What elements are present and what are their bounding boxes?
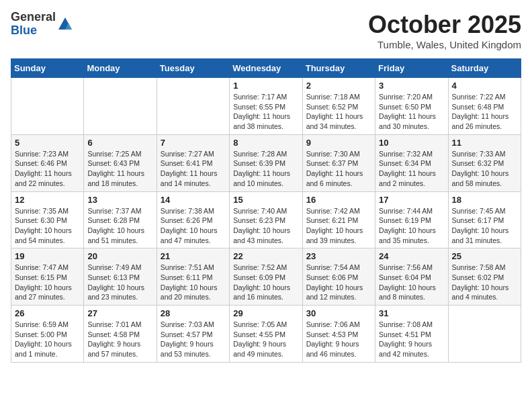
day-info: Sunrise: 7:54 AM Sunset: 6:06 PM Dayligh…	[306, 263, 371, 302]
calendar-cell: 2Sunrise: 7:18 AM Sunset: 6:52 PM Daylig…	[302, 78, 375, 135]
calendar-cell: 29Sunrise: 7:05 AM Sunset: 4:55 PM Dayli…	[230, 306, 302, 363]
day-number: 4	[452, 81, 517, 91]
day-number: 5	[15, 138, 80, 148]
calendar-cell: 18Sunrise: 7:45 AM Sunset: 6:17 PM Dayli…	[448, 191, 521, 248]
location-subtitle: Tumble, Wales, United Kingdom	[368, 39, 521, 50]
day-info: Sunrise: 7:23 AM Sunset: 6:46 PM Dayligh…	[15, 149, 80, 189]
calendar-cell: 15Sunrise: 7:40 AM Sunset: 6:23 PM Dayli…	[230, 191, 302, 248]
day-info: Sunrise: 7:52 AM Sunset: 6:09 PM Dayligh…	[233, 263, 298, 302]
day-number: 28	[161, 308, 226, 318]
day-info: Sunrise: 7:45 AM Sunset: 6:17 PM Dayligh…	[452, 206, 517, 246]
day-info: Sunrise: 7:44 AM Sunset: 6:19 PM Dayligh…	[379, 206, 444, 246]
day-info: Sunrise: 7:17 AM Sunset: 6:55 PM Dayligh…	[233, 92, 298, 132]
day-number: 7	[161, 138, 226, 148]
day-of-week-header: Thursday	[302, 59, 375, 78]
day-number: 29	[233, 308, 298, 318]
logo-blue: Blue	[11, 24, 56, 38]
calendar-table: SundayMondayTuesdayWednesdayThursdayFrid…	[11, 58, 521, 363]
day-number: 19	[15, 251, 80, 261]
day-number: 3	[379, 81, 444, 91]
calendar-cell: 25Sunrise: 7:58 AM Sunset: 6:02 PM Dayli…	[448, 248, 521, 306]
day-info: Sunrise: 7:33 AM Sunset: 6:32 PM Dayligh…	[452, 149, 517, 189]
calendar-week-row: 26Sunrise: 6:59 AM Sunset: 5:00 PM Dayli…	[11, 306, 521, 363]
day-of-week-header: Saturday	[448, 59, 521, 78]
day-info: Sunrise: 7:08 AM Sunset: 4:51 PM Dayligh…	[379, 320, 444, 359]
day-info: Sunrise: 7:25 AM Sunset: 6:43 PM Dayligh…	[87, 149, 152, 189]
day-info: Sunrise: 7:38 AM Sunset: 6:26 PM Dayligh…	[161, 206, 226, 246]
day-number: 14	[161, 195, 226, 205]
calendar-cell: 14Sunrise: 7:38 AM Sunset: 6:26 PM Dayli…	[157, 191, 229, 248]
calendar-cell: 6Sunrise: 7:25 AM Sunset: 6:43 PM Daylig…	[84, 134, 157, 191]
calendar-header-row: SundayMondayTuesdayWednesdayThursdayFrid…	[11, 59, 521, 78]
calendar-cell: 24Sunrise: 7:56 AM Sunset: 6:04 PM Dayli…	[375, 248, 448, 306]
day-number: 31	[379, 308, 444, 318]
day-info: Sunrise: 7:20 AM Sunset: 6:50 PM Dayligh…	[379, 92, 444, 132]
day-of-week-header: Wednesday	[230, 59, 302, 78]
day-number: 18	[452, 195, 517, 205]
calendar-cell: 28Sunrise: 7:03 AM Sunset: 4:57 PM Dayli…	[157, 306, 229, 363]
calendar-cell: 26Sunrise: 6:59 AM Sunset: 5:00 PM Dayli…	[11, 306, 84, 363]
calendar-cell: 1Sunrise: 7:17 AM Sunset: 6:55 PM Daylig…	[230, 78, 302, 135]
calendar-cell: 11Sunrise: 7:33 AM Sunset: 6:32 PM Dayli…	[448, 134, 521, 191]
day-of-week-header: Monday	[84, 59, 157, 78]
calendar-week-row: 12Sunrise: 7:35 AM Sunset: 6:30 PM Dayli…	[11, 191, 521, 248]
title-block: October 2025 Tumble, Wales, United Kingd…	[368, 11, 521, 50]
day-info: Sunrise: 7:37 AM Sunset: 6:28 PM Dayligh…	[87, 206, 152, 246]
day-number: 15	[233, 195, 298, 205]
calendar-cell: 22Sunrise: 7:52 AM Sunset: 6:09 PM Dayli…	[230, 248, 302, 306]
day-of-week-header: Sunday	[11, 59, 84, 78]
day-info: Sunrise: 7:51 AM Sunset: 6:11 PM Dayligh…	[161, 263, 226, 302]
day-number: 20	[87, 251, 152, 261]
calendar-cell: 8Sunrise: 7:28 AM Sunset: 6:39 PM Daylig…	[230, 134, 302, 191]
day-info: Sunrise: 7:05 AM Sunset: 4:55 PM Dayligh…	[233, 320, 298, 359]
day-number: 25	[452, 251, 517, 261]
day-of-week-header: Friday	[375, 59, 448, 78]
day-number: 26	[15, 308, 80, 318]
day-info: Sunrise: 7:49 AM Sunset: 6:13 PM Dayligh…	[87, 263, 152, 302]
day-info: Sunrise: 7:28 AM Sunset: 6:39 PM Dayligh…	[233, 149, 298, 189]
calendar-cell	[11, 78, 84, 135]
day-info: Sunrise: 7:03 AM Sunset: 4:57 PM Dayligh…	[161, 320, 226, 359]
day-number: 2	[306, 81, 371, 91]
day-number: 27	[87, 308, 152, 318]
day-info: Sunrise: 7:22 AM Sunset: 6:48 PM Dayligh…	[452, 92, 517, 132]
day-number: 22	[233, 251, 298, 261]
day-number: 9	[306, 138, 371, 148]
calendar-week-row: 19Sunrise: 7:47 AM Sunset: 6:15 PM Dayli…	[11, 248, 521, 306]
calendar-cell: 9Sunrise: 7:30 AM Sunset: 6:37 PM Daylig…	[302, 134, 375, 191]
day-info: Sunrise: 7:27 AM Sunset: 6:41 PM Dayligh…	[161, 149, 226, 189]
calendar-cell: 31Sunrise: 7:08 AM Sunset: 4:51 PM Dayli…	[375, 306, 448, 363]
calendar-cell: 30Sunrise: 7:06 AM Sunset: 4:53 PM Dayli…	[302, 306, 375, 363]
calendar-cell: 21Sunrise: 7:51 AM Sunset: 6:11 PM Dayli…	[157, 248, 229, 306]
calendar-cell: 17Sunrise: 7:44 AM Sunset: 6:19 PM Dayli…	[375, 191, 448, 248]
calendar-cell: 19Sunrise: 7:47 AM Sunset: 6:15 PM Dayli…	[11, 248, 84, 306]
day-number: 1	[233, 81, 298, 91]
day-info: Sunrise: 7:01 AM Sunset: 4:58 PM Dayligh…	[87, 320, 152, 359]
day-info: Sunrise: 7:30 AM Sunset: 6:37 PM Dayligh…	[306, 149, 371, 189]
day-number: 16	[306, 195, 371, 205]
calendar-cell: 10Sunrise: 7:32 AM Sunset: 6:34 PM Dayli…	[375, 134, 448, 191]
day-number: 6	[87, 138, 152, 148]
calendar-cell: 4Sunrise: 7:22 AM Sunset: 6:48 PM Daylig…	[448, 78, 521, 135]
calendar-cell: 5Sunrise: 7:23 AM Sunset: 6:46 PM Daylig…	[11, 134, 84, 191]
logo: General Blue	[11, 11, 73, 38]
logo-icon	[57, 16, 73, 32]
day-info: Sunrise: 7:35 AM Sunset: 6:30 PM Dayligh…	[15, 206, 80, 246]
calendar-cell	[448, 306, 521, 363]
calendar-week-row: 1Sunrise: 7:17 AM Sunset: 6:55 PM Daylig…	[11, 78, 521, 135]
day-number: 10	[379, 138, 444, 148]
day-info: Sunrise: 7:42 AM Sunset: 6:21 PM Dayligh…	[306, 206, 371, 246]
day-number: 21	[161, 251, 226, 261]
calendar-cell	[157, 78, 229, 135]
calendar-cell: 3Sunrise: 7:20 AM Sunset: 6:50 PM Daylig…	[375, 78, 448, 135]
logo-general: General	[11, 11, 56, 24]
page-header: General Blue October 2025 Tumble, Wales,…	[11, 11, 521, 50]
day-number: 8	[233, 138, 298, 148]
day-info: Sunrise: 7:06 AM Sunset: 4:53 PM Dayligh…	[306, 320, 371, 359]
day-number: 17	[379, 195, 444, 205]
day-number: 13	[87, 195, 152, 205]
day-number: 24	[379, 251, 444, 261]
day-info: Sunrise: 7:18 AM Sunset: 6:52 PM Dayligh…	[306, 92, 371, 132]
day-info: Sunrise: 7:40 AM Sunset: 6:23 PM Dayligh…	[233, 206, 298, 246]
day-number: 30	[306, 308, 371, 318]
